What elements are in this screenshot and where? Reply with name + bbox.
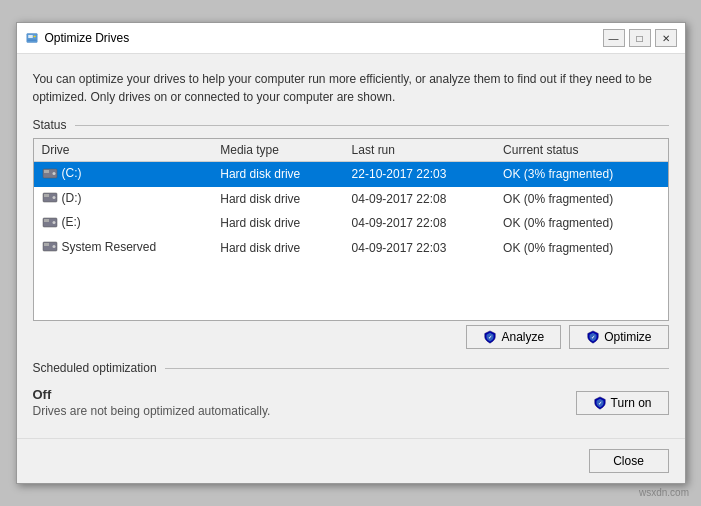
scheduled-description: Drives are not being optimized automatic… — [33, 404, 271, 418]
analyze-shield-icon: ✓ — [483, 330, 497, 344]
cell-last-run: 04-09-2017 22:03 — [344, 236, 495, 261]
col-current-status: Current status — [495, 139, 667, 162]
svg-rect-8 — [44, 194, 49, 197]
title-bar: Optimize Drives — □ ✕ — [17, 23, 685, 54]
scheduled-status: Off — [33, 387, 271, 402]
scheduled-section: Scheduled optimization Off Drives are no… — [33, 361, 669, 418]
cell-last-run: 04-09-2017 22:08 — [344, 211, 495, 236]
scheduled-label: Scheduled optimization — [33, 361, 157, 375]
table-row[interactable]: (E:)Hard disk drive04-09-2017 22:08OK (0… — [34, 211, 668, 236]
cell-drive: System Reserved — [34, 236, 213, 261]
svg-rect-11 — [44, 219, 49, 222]
svg-rect-3 — [27, 40, 36, 42]
cell-current-status: OK (0% fragmented) — [495, 187, 667, 212]
cell-media-type: Hard disk drive — [212, 236, 343, 261]
svg-point-15 — [52, 245, 55, 248]
cell-drive: (D:) — [34, 187, 213, 212]
cell-current-status: OK (0% fragmented) — [495, 236, 667, 261]
maximize-button[interactable]: □ — [629, 29, 651, 47]
optimize-button[interactable]: ✓ Optimize — [569, 325, 668, 349]
analyze-label: Analyze — [501, 330, 544, 344]
drive-actions-row: ✓ Analyze ✓ Optimize — [33, 321, 669, 349]
svg-point-12 — [52, 221, 55, 224]
disk-drive-icon — [42, 216, 58, 229]
window-title: Optimize Drives — [45, 31, 603, 45]
drives-table: Drive Media type Last run Current status… — [34, 139, 668, 320]
cell-current-status: OK (0% fragmented) — [495, 211, 667, 236]
main-content: You can optimize your drives to help you… — [17, 54, 685, 434]
footer: Close — [17, 438, 685, 483]
scheduled-divider — [165, 368, 669, 369]
svg-rect-2 — [33, 36, 35, 38]
svg-rect-5 — [44, 170, 49, 173]
svg-text:✓: ✓ — [598, 399, 602, 405]
status-section: Status Drive Media type Last run Current… — [33, 118, 669, 349]
table-row-empty — [34, 300, 668, 320]
scheduled-info: Off Drives are not being optimized autom… — [33, 387, 271, 418]
optimize-shield-icon: ✓ — [586, 330, 600, 344]
analyze-button[interactable]: ✓ Analyze — [466, 325, 561, 349]
cell-media-type: Hard disk drive — [212, 211, 343, 236]
cell-drive: (E:) — [34, 211, 213, 236]
drives-table-container: Drive Media type Last run Current status… — [33, 138, 669, 321]
minimize-button[interactable]: — — [603, 29, 625, 47]
cell-drive: (C:) — [34, 162, 213, 187]
status-divider — [75, 125, 669, 126]
turn-on-button[interactable]: ✓ Turn on — [576, 391, 669, 415]
table-row[interactable]: (C:)Hard disk drive22-10-2017 22:03OK (3… — [34, 162, 668, 187]
close-button[interactable]: Close — [589, 449, 669, 473]
close-window-button[interactable]: ✕ — [655, 29, 677, 47]
window-controls: — □ ✕ — [603, 29, 677, 47]
col-last-run: Last run — [344, 139, 495, 162]
optimize-drives-window: Optimize Drives — □ ✕ You can optimize y… — [16, 22, 686, 484]
status-label: Status — [33, 118, 67, 132]
cell-last-run: 04-09-2017 22:08 — [344, 187, 495, 212]
drive-name: (D:) — [62, 191, 82, 205]
status-header: Status — [33, 118, 669, 132]
col-media-type: Media type — [212, 139, 343, 162]
drive-name: System Reserved — [62, 240, 157, 254]
drive-name: (E:) — [62, 215, 81, 229]
table-row[interactable]: (D:)Hard disk drive04-09-2017 22:08OK (0… — [34, 187, 668, 212]
scheduled-row: Off Drives are not being optimized autom… — [33, 387, 669, 418]
cell-media-type: Hard disk drive — [212, 162, 343, 187]
disk-drive-icon — [42, 167, 58, 180]
table-row-empty — [34, 280, 668, 300]
col-drive: Drive — [34, 139, 213, 162]
svg-rect-14 — [44, 243, 49, 246]
description-text: You can optimize your drives to help you… — [33, 70, 669, 106]
cell-current-status: OK (3% fragmented) — [495, 162, 667, 187]
cell-media-type: Hard disk drive — [212, 187, 343, 212]
table-row-empty — [34, 260, 668, 280]
disk-drive-icon — [42, 191, 58, 204]
scheduled-header: Scheduled optimization — [33, 361, 669, 375]
turn-on-label: Turn on — [611, 396, 652, 410]
optimize-label: Optimize — [604, 330, 651, 344]
table-row[interactable]: System ReservedHard disk drive04-09-2017… — [34, 236, 668, 261]
close-label: Close — [613, 454, 644, 468]
turn-on-shield-icon: ✓ — [593, 396, 607, 410]
drive-name: (C:) — [62, 166, 82, 180]
svg-text:✓: ✓ — [591, 334, 595, 340]
svg-rect-1 — [28, 35, 33, 38]
svg-point-6 — [52, 172, 55, 175]
cell-last-run: 22-10-2017 22:03 — [344, 162, 495, 187]
disk-drive-icon — [42, 240, 58, 253]
window-icon — [25, 32, 39, 44]
watermark: wsxdn.com — [639, 487, 689, 498]
table-header-row: Drive Media type Last run Current status — [34, 139, 668, 162]
svg-point-9 — [52, 196, 55, 199]
svg-text:✓: ✓ — [488, 334, 492, 340]
